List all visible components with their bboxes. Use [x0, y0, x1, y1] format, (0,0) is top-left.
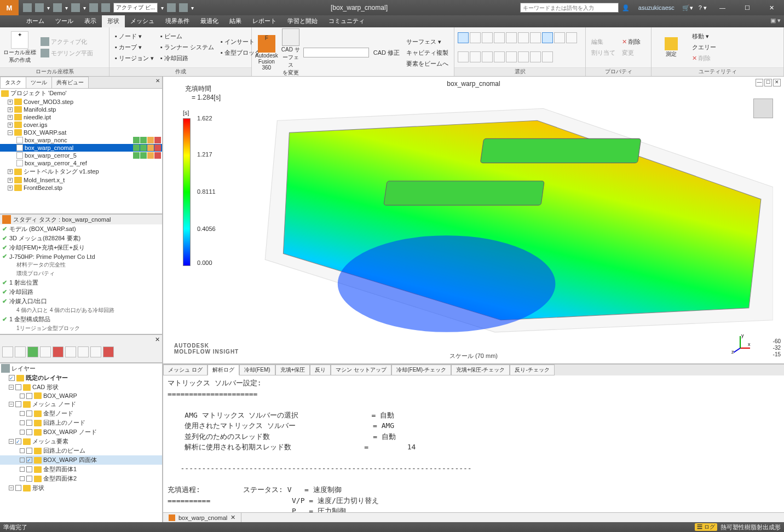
node-button[interactable]: ▪ ノード ▾	[113, 31, 156, 42]
modeling-plane-button[interactable]: モデリング平面	[38, 48, 95, 59]
sel-8[interactable]	[542, 32, 553, 43]
study-item[interactable]: 材料データの完全性	[0, 261, 162, 269]
tb-7[interactable]	[78, 346, 89, 357]
log-tab[interactable]: 充填+保圧	[275, 365, 310, 375]
study-item[interactable]: ✔ 冷却回路	[0, 287, 162, 297]
tb-4[interactable]	[40, 346, 51, 357]
layer-item[interactable]: 金型ノード	[0, 409, 162, 418]
cad-fix-button[interactable]: CAD 修正	[371, 48, 402, 58]
study-item[interactable]: 環境プロパティ	[0, 269, 162, 278]
vp-min-icon[interactable]: —	[756, 79, 763, 86]
tab-home[interactable]: ホーム	[21, 15, 50, 27]
checkbox[interactable]	[15, 438, 21, 444]
close-button[interactable]: ✕	[759, 0, 784, 15]
study-item[interactable]: ✔ 3D メッシュ(828284 要素)	[0, 234, 162, 243]
vp-max-icon[interactable]: ☐	[764, 79, 772, 86]
tree-study[interactable]: box_warp_cerror_5	[0, 152, 162, 159]
tab-report[interactable]: レポート	[247, 15, 282, 27]
stop-icon[interactable]	[101, 3, 110, 12]
log-tab[interactable]: マシン セットアップ	[331, 365, 391, 375]
log-tab[interactable]: 冷却(FEM)	[239, 365, 275, 375]
tb-8[interactable]	[90, 346, 101, 357]
layer-item[interactable]: 金型四面体1	[0, 465, 162, 474]
open-icon[interactable]	[23, 3, 32, 12]
layer-item[interactable]: −形状	[0, 483, 162, 493]
tree-file[interactable]: +cover.igs	[0, 121, 162, 129]
sel-3[interactable]	[482, 32, 493, 43]
qat-view-dropdown[interactable]: アクティブ ビ...	[113, 3, 158, 13]
tree-root[interactable]: プロジェクト 'Demo'	[0, 89, 162, 98]
checkbox[interactable]	[26, 429, 32, 435]
tab-optimize[interactable]: 最適化	[195, 15, 224, 27]
layers-panel[interactable]: レイヤー 既定のレイヤー −CAD 形状BOX_WARP−メッシュ ノード金型ノ…	[0, 363, 162, 522]
log-tab[interactable]: 冷却(FEM)-チェック	[391, 365, 451, 375]
study-task-panel[interactable]: スタディ タスク : box_warp_cnomal ✔ モデル (BOX_WA…	[0, 215, 162, 335]
checkbox[interactable]	[26, 410, 32, 417]
sel-13[interactable]	[482, 51, 493, 62]
beam-button[interactable]: ▪ ビーム	[158, 31, 216, 42]
tree-file[interactable]: +nieedle.ipt	[0, 113, 162, 121]
study-item[interactable]: ✔ 1 射出位置	[0, 278, 162, 287]
study-item[interactable]: ✔ 1 金型構成部品	[0, 315, 162, 324]
log-tab[interactable]: 充填+保圧-チェック	[451, 365, 510, 375]
region-button[interactable]: ▪ リージョン ▾	[113, 53, 156, 63]
tab-mesh[interactable]: メッシュ	[125, 15, 160, 27]
tb-2[interactable]	[15, 346, 26, 357]
checkbox[interactable]	[26, 393, 32, 399]
qat-extra-1[interactable]	[167, 3, 176, 12]
runner-button[interactable]: ▪ ランナー システム	[158, 42, 216, 53]
doc-tab[interactable]: box_warp_cnomal ✕	[163, 513, 241, 522]
checkbox[interactable]	[26, 457, 32, 463]
panel-close-icon[interactable]: ✕	[153, 77, 162, 88]
query-button[interactable]: クエリー	[690, 42, 718, 53]
tab-results[interactable]: 結果	[224, 15, 247, 27]
tab-display[interactable]: 表示	[79, 15, 102, 27]
sel-18[interactable]	[542, 51, 553, 62]
sel-14[interactable]	[494, 51, 505, 62]
log-tab[interactable]: メッシュ ログ	[163, 365, 207, 375]
cart-icon[interactable]: 🛒▾	[682, 4, 693, 11]
user-name[interactable]: asuzukicaesc	[638, 4, 675, 11]
sel-11[interactable]	[458, 51, 469, 62]
undo-icon[interactable]	[53, 3, 62, 12]
layer-item[interactable]: BOX_WARP ノード	[0, 427, 162, 437]
study-item[interactable]: ✔ モデル (BOX_WARP.sat)	[0, 224, 162, 234]
sel-15[interactable]	[506, 51, 517, 62]
layer-item[interactable]: 回路上のビーム	[0, 446, 162, 455]
3d-viewport[interactable]: — ☐ ✕ box_warp_cnomal 充填時間 = 1.284[s] [s…	[163, 77, 784, 363]
sel-12[interactable]	[470, 51, 481, 62]
sel-9[interactable]	[554, 32, 565, 43]
delete-prop-button[interactable]: ✕ 削除	[620, 37, 643, 47]
layer-item[interactable]: −メッシュ ノード	[0, 400, 162, 409]
status-log-button[interactable]: ☰ ログ	[695, 523, 717, 531]
curve-button[interactable]: ▪ カーブ ▾	[113, 42, 156, 53]
layer-item[interactable]: −CAD 形状	[0, 383, 162, 392]
status-mode[interactable]: 熱可塑性樹脂射出成形	[720, 523, 781, 531]
checkbox[interactable]	[15, 384, 21, 390]
redo-icon[interactable]	[71, 3, 80, 12]
sel-5[interactable]	[506, 32, 517, 43]
cavity-dup-button[interactable]: キャビティ複製	[404, 48, 451, 58]
tb-del[interactable]	[103, 346, 114, 357]
layer-item[interactable]: 回路上のノード	[0, 418, 162, 427]
sel-17[interactable]	[530, 51, 541, 62]
assign-button[interactable]: 割り当て	[589, 48, 618, 58]
study-item[interactable]: ✔ 冷媒入口/出口	[0, 297, 162, 306]
tab-tool[interactable]: ツール	[26, 77, 52, 88]
checkbox[interactable]	[15, 485, 21, 491]
cad-surface-button[interactable]: CAD サーフェス を変更	[280, 28, 301, 77]
sel-4[interactable]	[494, 32, 505, 43]
maximize-button[interactable]: ☐	[735, 0, 759, 15]
log-tab[interactable]: 解析ログ	[207, 365, 239, 375]
measure-button[interactable]: 測定	[655, 37, 688, 58]
checkbox[interactable]	[15, 401, 21, 407]
sel-6[interactable]	[518, 32, 529, 43]
layer-item[interactable]: BOX_WARP 四面体	[0, 455, 162, 465]
study-item[interactable]: ✔ J-750HP: Prime Polymer Co Ltd	[0, 252, 162, 261]
signin-icon[interactable]: 👤	[622, 4, 630, 11]
sel-10[interactable]	[566, 32, 577, 43]
tab-community[interactable]: コミュニティ	[323, 15, 370, 27]
sel-7[interactable]	[530, 32, 541, 43]
delete-util-button[interactable]: ✕ 削除	[690, 53, 718, 63]
log-tab[interactable]: 反り-チェック	[510, 365, 554, 375]
